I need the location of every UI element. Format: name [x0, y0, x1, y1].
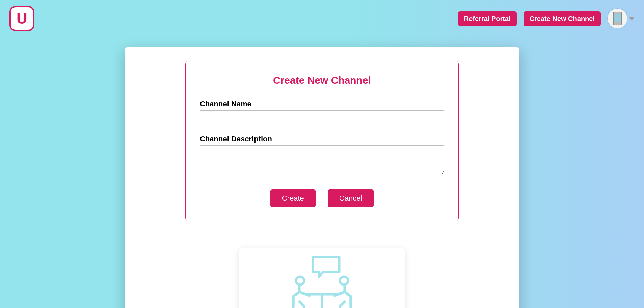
logo-letter: U: [17, 10, 27, 27]
user-menu-trigger[interactable]: [608, 9, 635, 28]
app-logo[interactable]: U: [9, 6, 34, 31]
svg-point-3: [296, 277, 304, 285]
channel-description-label: Channel Description: [200, 135, 444, 143]
chevron-down-icon: [629, 17, 635, 20]
create-button[interactable]: Create: [270, 189, 316, 207]
channel-description-input[interactable]: [200, 145, 444, 174]
referral-portal-button[interactable]: Referral Portal: [458, 11, 517, 26]
header-actions: Referral Portal Create New Channel: [458, 9, 635, 28]
form-title: Create New Channel: [200, 75, 444, 86]
main-card: Create New Channel Channel Name Channel …: [125, 47, 519, 308]
discussion-icon: [283, 254, 361, 308]
cancel-button[interactable]: Cancel: [328, 189, 374, 207]
illustration-card: [239, 248, 405, 308]
create-channel-form: Create New Channel Channel Name Channel …: [185, 61, 459, 221]
channel-name-input[interactable]: [200, 110, 444, 123]
phone-icon: [613, 12, 622, 25]
channel-name-label: Channel Name: [200, 100, 444, 108]
app-header: U Referral Portal Create New Channel: [0, 0, 644, 37]
form-buttons: Create Cancel: [200, 189, 444, 207]
svg-point-4: [340, 277, 348, 285]
avatar: [608, 9, 627, 28]
create-new-channel-button[interactable]: Create New Channel: [524, 11, 601, 26]
